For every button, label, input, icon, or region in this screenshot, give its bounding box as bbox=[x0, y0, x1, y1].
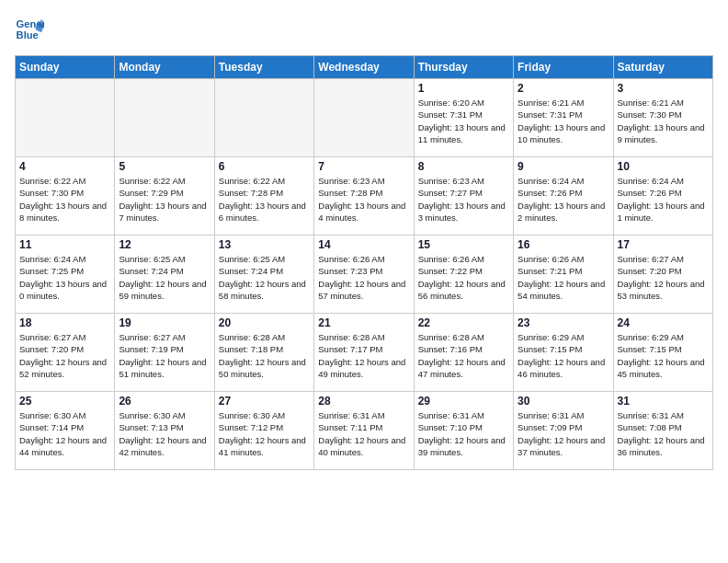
day-number: 22 bbox=[418, 316, 509, 329]
day-number: 10 bbox=[618, 160, 709, 173]
page-header: General Blue bbox=[15, 15, 713, 44]
calendar-cell: 24Sunrise: 6:29 AM Sunset: 7:15 PM Dayli… bbox=[613, 314, 712, 392]
day-info: Sunrise: 6:26 AM Sunset: 7:22 PM Dayligh… bbox=[418, 253, 509, 302]
calendar-cell: 13Sunrise: 6:25 AM Sunset: 7:24 PM Dayli… bbox=[214, 236, 313, 314]
calendar-cell: 18Sunrise: 6:27 AM Sunset: 7:20 PM Dayli… bbox=[16, 314, 115, 392]
day-info: Sunrise: 6:28 AM Sunset: 7:17 PM Dayligh… bbox=[318, 331, 409, 380]
day-info: Sunrise: 6:22 AM Sunset: 7:28 PM Dayligh… bbox=[219, 175, 310, 224]
day-number: 4 bbox=[19, 160, 110, 173]
day-info: Sunrise: 6:31 AM Sunset: 7:11 PM Dayligh… bbox=[318, 409, 409, 458]
day-info: Sunrise: 6:26 AM Sunset: 7:23 PM Dayligh… bbox=[318, 253, 409, 302]
day-info: Sunrise: 6:31 AM Sunset: 7:09 PM Dayligh… bbox=[518, 409, 609, 458]
day-info: Sunrise: 6:27 AM Sunset: 7:20 PM Dayligh… bbox=[19, 331, 110, 380]
day-number: 11 bbox=[19, 238, 110, 251]
day-info: Sunrise: 6:24 AM Sunset: 7:25 PM Dayligh… bbox=[19, 253, 110, 302]
calendar-cell: 20Sunrise: 6:28 AM Sunset: 7:18 PM Dayli… bbox=[214, 314, 313, 392]
calendar-cell: 11Sunrise: 6:24 AM Sunset: 7:25 PM Dayli… bbox=[16, 236, 115, 314]
day-info: Sunrise: 6:22 AM Sunset: 7:29 PM Dayligh… bbox=[119, 175, 210, 224]
weekday-header-thursday: Thursday bbox=[414, 56, 513, 79]
day-info: Sunrise: 6:23 AM Sunset: 7:28 PM Dayligh… bbox=[318, 175, 409, 224]
calendar-cell bbox=[115, 79, 214, 157]
calendar-week-row: 25Sunrise: 6:30 AM Sunset: 7:14 PM Dayli… bbox=[16, 392, 713, 470]
day-info: Sunrise: 6:31 AM Sunset: 7:08 PM Dayligh… bbox=[618, 409, 709, 458]
logo: General Blue bbox=[15, 15, 48, 44]
calendar-cell: 27Sunrise: 6:30 AM Sunset: 7:12 PM Dayli… bbox=[214, 392, 313, 470]
day-number: 15 bbox=[418, 238, 509, 251]
weekday-header-friday: Friday bbox=[514, 56, 613, 79]
calendar-cell: 29Sunrise: 6:31 AM Sunset: 7:10 PM Dayli… bbox=[414, 392, 513, 470]
calendar-cell: 21Sunrise: 6:28 AM Sunset: 7:17 PM Dayli… bbox=[314, 314, 414, 392]
calendar-table: SundayMondayTuesdayWednesdayThursdayFrid… bbox=[15, 55, 713, 470]
calendar-cell: 6Sunrise: 6:22 AM Sunset: 7:28 PM Daylig… bbox=[214, 157, 313, 236]
day-number: 6 bbox=[219, 160, 310, 173]
day-number: 19 bbox=[119, 316, 210, 329]
day-number: 3 bbox=[618, 82, 709, 95]
calendar-cell: 9Sunrise: 6:24 AM Sunset: 7:26 PM Daylig… bbox=[514, 157, 613, 236]
day-info: Sunrise: 6:21 AM Sunset: 7:31 PM Dayligh… bbox=[518, 97, 609, 145]
day-number: 8 bbox=[418, 160, 509, 173]
day-number: 16 bbox=[518, 238, 609, 251]
calendar-header-row: SundayMondayTuesdayWednesdayThursdayFrid… bbox=[16, 56, 713, 79]
day-info: Sunrise: 6:21 AM Sunset: 7:30 PM Dayligh… bbox=[618, 97, 709, 145]
day-info: Sunrise: 6:20 AM Sunset: 7:31 PM Dayligh… bbox=[418, 97, 509, 145]
day-number: 17 bbox=[618, 238, 709, 251]
calendar-cell: 19Sunrise: 6:27 AM Sunset: 7:19 PM Dayli… bbox=[115, 314, 214, 392]
day-number: 28 bbox=[318, 395, 409, 408]
day-info: Sunrise: 6:28 AM Sunset: 7:18 PM Dayligh… bbox=[219, 331, 310, 380]
day-number: 18 bbox=[19, 316, 110, 329]
day-number: 29 bbox=[418, 395, 509, 408]
calendar-cell: 31Sunrise: 6:31 AM Sunset: 7:08 PM Dayli… bbox=[613, 392, 712, 470]
day-info: Sunrise: 6:29 AM Sunset: 7:15 PM Dayligh… bbox=[618, 331, 709, 380]
calendar-cell bbox=[214, 79, 313, 157]
calendar-week-row: 18Sunrise: 6:27 AM Sunset: 7:20 PM Dayli… bbox=[16, 314, 713, 392]
weekday-header-tuesday: Tuesday bbox=[214, 56, 313, 79]
day-number: 27 bbox=[219, 395, 310, 408]
calendar-cell: 7Sunrise: 6:23 AM Sunset: 7:28 PM Daylig… bbox=[314, 157, 414, 236]
calendar-cell: 28Sunrise: 6:31 AM Sunset: 7:11 PM Dayli… bbox=[314, 392, 414, 470]
calendar-cell: 17Sunrise: 6:27 AM Sunset: 7:20 PM Dayli… bbox=[613, 236, 712, 314]
calendar-cell: 25Sunrise: 6:30 AM Sunset: 7:14 PM Dayli… bbox=[16, 392, 115, 470]
day-info: Sunrise: 6:27 AM Sunset: 7:19 PM Dayligh… bbox=[119, 331, 210, 380]
day-number: 14 bbox=[318, 238, 409, 251]
weekday-header-monday: Monday bbox=[115, 56, 214, 79]
svg-text:Blue: Blue bbox=[17, 29, 39, 40]
calendar-cell: 5Sunrise: 6:22 AM Sunset: 7:29 PM Daylig… bbox=[115, 157, 214, 236]
day-number: 20 bbox=[219, 316, 310, 329]
day-number: 31 bbox=[618, 395, 709, 408]
day-number: 7 bbox=[318, 160, 409, 173]
calendar-cell: 3Sunrise: 6:21 AM Sunset: 7:30 PM Daylig… bbox=[613, 79, 712, 157]
calendar-cell: 10Sunrise: 6:24 AM Sunset: 7:26 PM Dayli… bbox=[613, 157, 712, 236]
day-number: 23 bbox=[518, 316, 609, 329]
day-number: 24 bbox=[618, 316, 709, 329]
day-number: 5 bbox=[119, 160, 210, 173]
weekday-header-saturday: Saturday bbox=[613, 56, 712, 79]
calendar-week-row: 11Sunrise: 6:24 AM Sunset: 7:25 PM Dayli… bbox=[16, 236, 713, 314]
day-number: 12 bbox=[119, 238, 210, 251]
calendar-cell: 4Sunrise: 6:22 AM Sunset: 7:30 PM Daylig… bbox=[16, 157, 115, 236]
day-number: 13 bbox=[219, 238, 310, 251]
calendar-cell: 14Sunrise: 6:26 AM Sunset: 7:23 PM Dayli… bbox=[314, 236, 414, 314]
logo-icon: General Blue bbox=[15, 15, 44, 44]
calendar-cell: 2Sunrise: 6:21 AM Sunset: 7:31 PM Daylig… bbox=[514, 79, 613, 157]
day-info: Sunrise: 6:30 AM Sunset: 7:13 PM Dayligh… bbox=[119, 409, 210, 458]
day-info: Sunrise: 6:25 AM Sunset: 7:24 PM Dayligh… bbox=[119, 253, 210, 302]
calendar-cell: 1Sunrise: 6:20 AM Sunset: 7:31 PM Daylig… bbox=[414, 79, 513, 157]
day-number: 26 bbox=[119, 395, 210, 408]
day-number: 9 bbox=[518, 160, 609, 173]
calendar-week-row: 1Sunrise: 6:20 AM Sunset: 7:31 PM Daylig… bbox=[16, 79, 713, 157]
calendar-cell: 23Sunrise: 6:29 AM Sunset: 7:15 PM Dayli… bbox=[514, 314, 613, 392]
calendar-cell: 26Sunrise: 6:30 AM Sunset: 7:13 PM Dayli… bbox=[115, 392, 214, 470]
day-info: Sunrise: 6:26 AM Sunset: 7:21 PM Dayligh… bbox=[518, 253, 609, 302]
calendar-cell: 8Sunrise: 6:23 AM Sunset: 7:27 PM Daylig… bbox=[414, 157, 513, 236]
day-info: Sunrise: 6:24 AM Sunset: 7:26 PM Dayligh… bbox=[518, 175, 609, 224]
day-number: 2 bbox=[518, 82, 609, 95]
day-number: 21 bbox=[318, 316, 409, 329]
day-info: Sunrise: 6:31 AM Sunset: 7:10 PM Dayligh… bbox=[418, 409, 509, 458]
calendar-cell: 22Sunrise: 6:28 AM Sunset: 7:16 PM Dayli… bbox=[414, 314, 513, 392]
calendar-cell: 16Sunrise: 6:26 AM Sunset: 7:21 PM Dayli… bbox=[514, 236, 613, 314]
calendar-cell: 30Sunrise: 6:31 AM Sunset: 7:09 PM Dayli… bbox=[514, 392, 613, 470]
day-number: 25 bbox=[19, 395, 110, 408]
day-info: Sunrise: 6:29 AM Sunset: 7:15 PM Dayligh… bbox=[518, 331, 609, 380]
calendar-week-row: 4Sunrise: 6:22 AM Sunset: 7:30 PM Daylig… bbox=[16, 157, 713, 236]
weekday-header-wednesday: Wednesday bbox=[314, 56, 414, 79]
